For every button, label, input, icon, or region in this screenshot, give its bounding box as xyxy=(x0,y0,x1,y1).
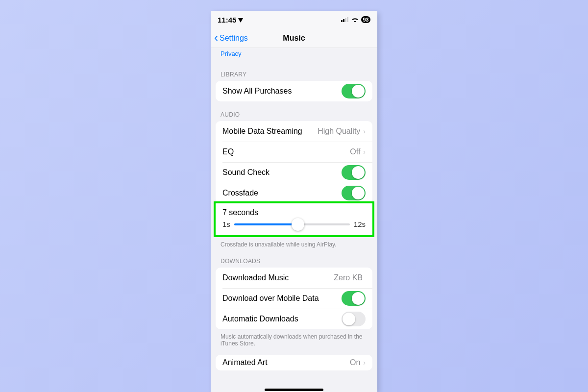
row-mobile-data-streaming[interactable]: Mobile Data Streaming High Quality › xyxy=(216,121,372,142)
page-title: Music xyxy=(283,34,305,43)
phone-frame: 11:45 93 ‹ Settings Music Privacy LIBRAR… xyxy=(211,11,377,392)
svg-rect-3 xyxy=(347,17,348,22)
slider-min-label: 1s xyxy=(222,220,230,228)
group-animated-art: Animated Art On › xyxy=(216,355,372,370)
chevron-right-icon: › xyxy=(363,127,366,135)
slider-max-label: 12s xyxy=(354,220,366,228)
group-library: Show All Purchases xyxy=(216,81,372,101)
row-value: On xyxy=(350,358,360,367)
nav-bar: ‹ Settings Music xyxy=(211,28,377,48)
row-download-cellular: Download over Mobile Data xyxy=(216,288,372,309)
location-icon xyxy=(238,17,243,23)
toggle-automatic-downloads[interactable] xyxy=(342,312,366,326)
chevron-left-icon: ‹ xyxy=(214,32,218,44)
row-label: Sound Check xyxy=(222,168,342,177)
toggle-download-cellular[interactable] xyxy=(342,291,366,306)
row-label: Crossfade xyxy=(222,189,342,197)
row-label: Mobile Data Streaming xyxy=(222,127,318,136)
battery-indicator: 93 xyxy=(361,16,370,23)
row-show-all-purchases: Show All Purchases xyxy=(216,81,372,101)
chevron-right-icon: › xyxy=(363,148,366,156)
row-label: Animated Art xyxy=(222,358,350,367)
crossfade-slider-section: 7 seconds 1s 12s xyxy=(214,201,374,237)
svg-rect-0 xyxy=(341,20,343,22)
privacy-link[interactable]: Privacy xyxy=(211,48,377,61)
row-downloaded-music[interactable]: Downloaded Music Zero KB xyxy=(216,268,372,288)
status-bar: 11:45 93 xyxy=(211,11,377,28)
back-label: Settings xyxy=(220,34,248,43)
row-value: Off xyxy=(350,147,360,156)
toggle-sound-check[interactable] xyxy=(342,165,366,180)
home-indicator xyxy=(265,389,323,391)
section-header-library: LIBRARY xyxy=(211,61,377,81)
row-label: Automatic Downloads xyxy=(222,315,342,323)
toggle-crossfade[interactable] xyxy=(342,186,366,200)
toggle-show-all-purchases[interactable] xyxy=(342,84,366,98)
signal-icon xyxy=(341,17,349,22)
svg-rect-1 xyxy=(343,19,344,22)
back-button[interactable]: ‹ Settings xyxy=(214,33,248,44)
chevron-right-icon: › xyxy=(363,359,366,367)
crossfade-footnote: Crossfade is unavailable while using Air… xyxy=(211,237,377,248)
row-value: High Quality xyxy=(318,127,360,136)
wifi-icon xyxy=(351,17,359,23)
status-time: 11:45 xyxy=(218,16,236,24)
row-automatic-downloads: Automatic Downloads xyxy=(216,309,372,329)
scroll-content[interactable]: Privacy LIBRARY Show All Purchases AUDIO… xyxy=(211,48,377,380)
slider-thumb[interactable] xyxy=(292,218,304,231)
crossfade-slider[interactable] xyxy=(234,223,350,225)
row-animated-art[interactable]: Animated Art On › xyxy=(216,355,372,370)
group-audio: Mobile Data Streaming High Quality › EQ … xyxy=(216,121,372,203)
downloads-footnote: Music automatically downloads when purch… xyxy=(211,329,377,347)
row-crossfade: Crossfade xyxy=(216,183,372,203)
row-label: Downloaded Music xyxy=(222,273,334,282)
group-downloads: Downloaded Music Zero KB Download over M… xyxy=(216,268,372,329)
section-header-audio: AUDIO xyxy=(211,101,377,121)
svg-rect-2 xyxy=(345,18,346,22)
row-value: Zero KB xyxy=(334,273,363,282)
slider-value-label: 7 seconds xyxy=(222,208,366,217)
section-header-downloads: DOWNLOADS xyxy=(211,248,377,268)
row-label: Show All Purchases xyxy=(222,87,342,96)
row-eq[interactable]: EQ Off › xyxy=(216,142,372,162)
row-label: Download over Mobile Data xyxy=(222,294,342,303)
row-sound-check: Sound Check xyxy=(216,162,372,183)
row-label: EQ xyxy=(222,147,350,156)
